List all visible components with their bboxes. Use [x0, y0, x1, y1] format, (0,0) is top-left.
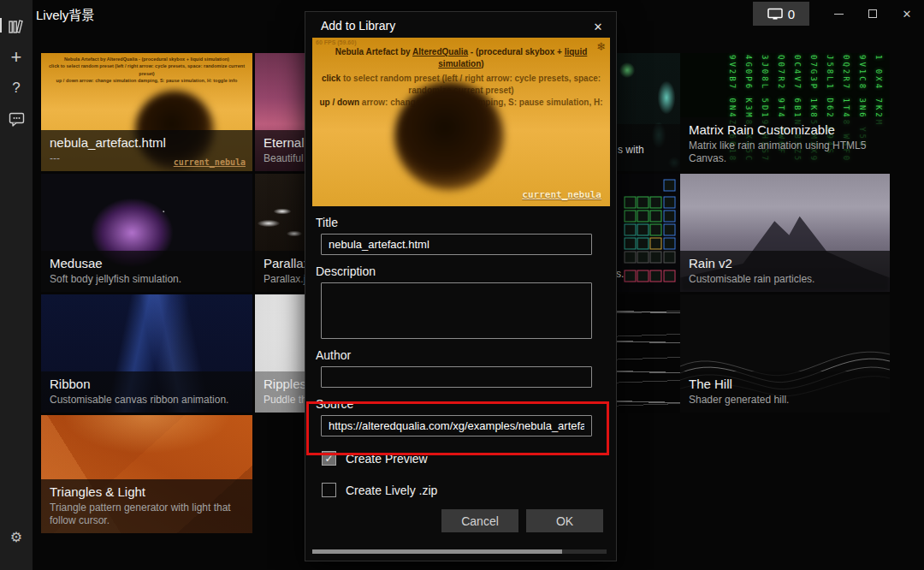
add-to-library-dialog: Add to Library ✕ 60 FPS (59.60) ❄ Nebula…: [305, 12, 616, 561]
tile-caption: Rain v2 Customisable rain particles.: [680, 251, 890, 292]
tile-triangles-light[interactable]: Triangles & Light Triangle pattern gener…: [41, 415, 252, 533]
tile-caption: Matrix Rain Customizable Matrix like rai…: [680, 117, 890, 171]
app-title: Lively背景: [36, 5, 94, 23]
author-label: Author: [316, 348, 616, 362]
tile-title: Ribbon: [50, 377, 244, 392]
display-select-button[interactable]: 0: [753, 2, 809, 26]
tile-title: Triangles & Light: [50, 484, 244, 500]
create-preview-checkbox[interactable]: ✓: [322, 451, 336, 466]
current-nebula-link[interactable]: current_nebula: [522, 189, 601, 200]
tile-caption: Ribbon Customisable canvas ribbon animat…: [41, 371, 252, 413]
library-icon[interactable]: [0, 15, 33, 38]
dialog-close-button[interactable]: ✕: [589, 18, 607, 35]
title-input[interactable]: [321, 234, 592, 255]
tile-subtitle: Customisable canvas ribbon animation.: [50, 394, 244, 407]
tile-caption-fragment: s with: [618, 144, 644, 156]
tile-the-hill[interactable]: The Hill Shader generated hill.: [680, 294, 890, 413]
preview-heading: Nebula Artefact by AlteredQualia - (proc…: [317, 46, 605, 70]
tile-caption: Medusae Soft body jellyfish simulation.: [41, 251, 252, 292]
titlebar-controls: 0 ✕: [753, 0, 924, 27]
tile-title: Matrix Rain Customizable: [689, 122, 881, 138]
display-count: 0: [788, 7, 795, 21]
tile-subtitle: Shader generated hill.: [689, 394, 881, 407]
source-label: Source: [316, 397, 616, 411]
tile-matrix-rain[interactable]: 1 0X4 7K2M 9V1C8 3N6 Y5Z 0Q2R7 1T48 W3F0…: [680, 53, 890, 171]
tile-caption-fragment: s.: [616, 268, 624, 280]
scrollbar-thumb[interactable]: [312, 549, 562, 554]
create-preview-label: Create Preview: [346, 452, 428, 466]
close-icon: ✕: [594, 21, 603, 33]
tile-title: Medusae: [50, 256, 244, 271]
horizontal-scrollbar[interactable]: [312, 549, 607, 554]
close-icon: ✕: [903, 8, 912, 21]
tile-subtitle: Customisable rain particles.: [689, 273, 881, 286]
help-icon[interactable]: ?: [0, 77, 33, 99]
minimize-button[interactable]: [821, 0, 856, 27]
description-input[interactable]: [321, 282, 592, 339]
tile-title: nebula_artefact.html: [50, 135, 244, 151]
speech-bubble-icon: [9, 112, 25, 127]
description-label: Description: [316, 264, 616, 278]
monitor-icon: [767, 8, 783, 21]
create-zip-checkbox[interactable]: [322, 483, 336, 497]
cancel-button[interactable]: Cancel: [441, 509, 518, 532]
tile-caption: The Hill Shader generated hill.: [680, 371, 890, 413]
library-books-icon: [8, 19, 25, 34]
add-wallpaper-icon[interactable]: +: [0, 46, 33, 68]
tile-subtitle: Triangle pattern generator with light th…: [50, 502, 244, 527]
sidebar: + ? ⚙: [0, 0, 33, 570]
tile-ribbon[interactable]: Ribbon Customisable canvas ribbon animat…: [41, 294, 252, 413]
close-button[interactable]: ✕: [890, 0, 924, 27]
maximize-icon: [868, 9, 877, 18]
tile-title: Rain v2: [689, 256, 881, 271]
check-icon: ✓: [324, 453, 333, 465]
source-input[interactable]: [321, 415, 592, 436]
create-preview-row: ✓ Create Preview: [322, 451, 616, 466]
tile-title: The Hill: [689, 377, 881, 392]
settings-gear-icon[interactable]: ⚙: [0, 525, 33, 548]
dialog-title: Add to Library: [321, 19, 616, 33]
minimize-icon: [834, 14, 844, 15]
create-zip-row: Create Lively .zip: [322, 483, 616, 497]
alteredqualia-link[interactable]: AlteredQualia: [412, 47, 468, 56]
maximize-button[interactable]: [856, 0, 890, 27]
feedback-icon[interactable]: [0, 108, 33, 130]
tile-subtitle: Matrix like rain animation using HTML5 C…: [689, 140, 881, 165]
wallpaper-preview: 60 FPS (59.60) ❄ Nebula Artefact by Alte…: [312, 38, 610, 206]
tile-caption: Triangles & Light Triangle pattern gener…: [41, 479, 252, 533]
current-nebula-badge: current_nebula: [174, 157, 246, 167]
tile-medusae[interactable]: Medusae Soft body jellyfish simulation.: [41, 174, 252, 292]
title-label: Title: [316, 216, 616, 229]
tile-nebula-artefact[interactable]: Nebula Artefact by AlteredQualia - (proc…: [41, 53, 252, 171]
tile-rain-v2[interactable]: Rain v2 Customisable rain particles.: [680, 174, 890, 292]
lively-wallpaper-window: + ? ⚙ Lively背景 0 ✕: [0, 0, 924, 570]
create-zip-label: Create Lively .zip: [346, 484, 437, 497]
tile-subtitle: Soft body jellyfish simulation.: [50, 273, 244, 286]
author-input[interactable]: [321, 366, 592, 388]
ok-button[interactable]: OK: [526, 509, 603, 532]
